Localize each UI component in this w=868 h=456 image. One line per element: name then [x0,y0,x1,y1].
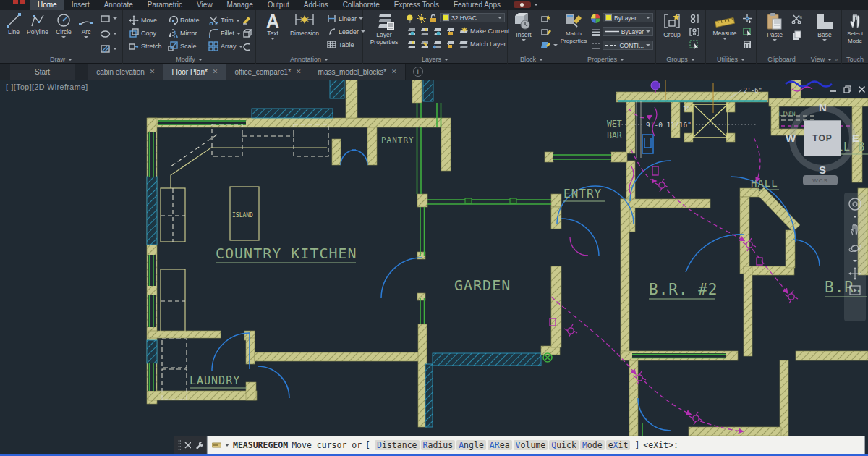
edit-block-button[interactable] [541,28,551,36]
layer-walk-button[interactable] [444,40,454,49]
copy-clip-button[interactable] [791,30,802,41]
group-selection-button[interactable] [689,40,699,49]
cut-button[interactable]: % [791,14,802,24]
array-button[interactable]: Array [208,41,243,51]
panel-label-properties[interactable]: Properties [556,56,655,63]
layer-thaw-button[interactable] [417,14,426,23]
layer-on-button[interactable] [405,14,414,23]
file-tab-close-icon[interactable]: ✕ [296,68,302,75]
washer-symbol[interactable] [162,339,187,368]
pan-hand-icon[interactable] [848,222,862,237]
restore-icon[interactable] [843,85,851,93]
layer-unisolate-button[interactable] [405,40,415,49]
recent-commands-caret-icon[interactable] [225,444,229,447]
dimension-9-0[interactable]: 9'-0 11/16" [646,121,692,129]
viewcube[interactable]: N W E S TOP [786,101,859,175]
circle-button[interactable]: Circle [54,12,74,38]
drawing-canvas[interactable]: 2'-6" 3" 9'-0 11/16" COUNTRY KITCHEN GAR… [0,80,868,456]
linear-button[interactable]: Linear [327,14,363,22]
create-block-button[interactable] [541,14,551,23]
close-icon[interactable] [858,85,866,93]
arc-button[interactable]: Arc [77,12,95,38]
ceiling-fan-symbol[interactable] [655,179,668,192]
layer-freeze-button[interactable] [431,27,441,36]
command-option-area[interactable]: ARea [488,440,512,450]
panel-label-touch[interactable]: Touch [842,56,868,63]
rectangle-button[interactable] [100,14,117,23]
show-motion-icon[interactable] [849,285,861,295]
leader-button[interactable]: Leader [327,28,365,35]
command-input[interactable]: MEASUREGEOM Move cursor or [DistanceRadi… [207,436,865,455]
move-button[interactable]: Move [129,15,157,25]
explode-button[interactable] [242,28,252,38]
fillet-button[interactable]: Fillet [208,28,241,38]
room-label-hall[interactable]: HALL [751,177,778,189]
room-label-garden[interactable]: GARDEN [454,276,511,294]
file-tab-close-icon[interactable]: ✕ [213,68,218,75]
layer-prev-button[interactable] [431,40,441,49]
command-option-radius[interactable]: Radius [421,440,456,450]
ribbon-tab-add-ins[interactable]: Add-ins [297,0,336,10]
app-logo-icon[interactable] [13,0,25,4]
command-option-distance[interactable]: Distance [375,440,420,450]
zoom-extents-icon[interactable] [848,266,862,281]
rotate-button[interactable]: Rotate [168,15,200,25]
trim-button[interactable]: Trim [208,15,240,25]
mirror-button[interactable]: Mirror [168,28,197,38]
layer-isolate-button[interactable] [418,27,428,36]
viewcube-west[interactable]: W [786,132,796,144]
match-properties-button[interactable]: MatchProperties [558,12,590,44]
ribbon-tab-annotate[interactable]: Annotate [97,0,140,10]
measure-button[interactable]: Measure [710,12,739,40]
ribbon-tab-collaborate[interactable]: Collaborate [336,0,387,10]
ribbon-tab-view[interactable]: View [190,0,220,10]
hatch-button[interactable] [100,44,117,54]
ribbon-options-caret-icon[interactable] [534,4,538,6]
wcs-badge[interactable]: WCS [803,175,838,185]
edit-attributes-button[interactable] [541,41,558,49]
polyline-button[interactable]: Polyline [26,12,49,35]
command-option-angle[interactable]: Angle [456,440,486,450]
line-button[interactable]: Line [3,12,25,35]
panel-label-draw[interactable]: Draw [0,56,122,63]
viewcube-east[interactable]: E [852,132,859,144]
layer-select-dropdown[interactable]: 32 HVAC [440,13,505,22]
group-button[interactable]: Group [659,12,685,38]
viewcube-top-face[interactable]: TOP [804,120,841,156]
orbit-icon[interactable] [848,241,862,256]
hvac-symbol[interactable] [651,81,660,90]
viewcube-south[interactable]: S [819,164,826,176]
room-label-wet[interactable]: WET [607,119,622,129]
lasso-button[interactable] [242,42,252,52]
ribbon-tab-featured-apps[interactable]: Featured Apps [446,0,508,10]
layer-match-button[interactable] [418,40,428,49]
table-button[interactable]: Table [327,41,354,48]
id-point-button[interactable] [742,14,752,23]
ribbon-tab-output[interactable]: Output [260,0,297,10]
ellipse-button[interactable] [100,29,117,38]
insert-button[interactable]: Insert [511,12,537,41]
panel-label-utilities[interactable]: Utilities [706,56,756,63]
layer-properties-button[interactable]: LayerProperties [366,12,402,46]
file-tab-office-compare1-[interactable]: office_compare1*✕ [226,64,310,80]
command-option-mode[interactable]: Mode [580,440,605,450]
dimension-3[interactable]: 3" [683,106,690,113]
layer-unlock-button[interactable] [428,14,438,23]
ribbon-tab-express-tools[interactable]: Express Tools [387,0,446,10]
linetype-dropdown[interactable]: CONTI... [603,41,653,50]
panel-label-clipboard[interactable]: Clipboard [757,56,807,63]
make-current-button[interactable]: Make Current [459,27,510,35]
room-label-country-kitchen[interactable]: COUNTRY KITCHEN [216,245,357,262]
file-tab-cabin-elevation[interactable]: cabin elevation✕ [88,64,163,80]
panel-label-block[interactable]: Block [508,56,556,63]
match-layer-button[interactable]: Match Layer [459,40,506,48]
wheel-caret-icon[interactable] [853,216,857,218]
layer-off-button[interactable] [405,27,415,36]
orbit-caret-icon[interactable] [853,260,857,262]
command-option-quick[interactable]: Quick [549,440,579,450]
dimension-button[interactable]: Dimension [286,12,323,37]
command-option-exit[interactable]: eXit [606,440,631,450]
room-label-laundry[interactable]: LAUNDRY [190,374,240,387]
room-label-entry[interactable]: ENTRY [563,187,602,200]
panel-label-view[interactable]: View» [807,56,841,63]
